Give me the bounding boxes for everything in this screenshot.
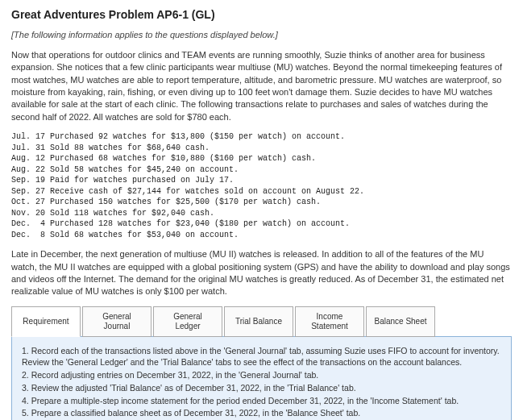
requirements-panel: 1. Record each of the transactions liste…: [11, 336, 512, 420]
requirement-5: 5. Prepare a classified balance sheet as…: [22, 407, 501, 419]
tab-income-statement[interactable]: Income Statement: [295, 306, 364, 337]
tab-bar: Requirement General Journal General Ledg…: [11, 306, 512, 337]
requirement-4: 4. Prepare a multiple-step income statem…: [22, 395, 501, 407]
requirement-2: 2. Record adjusting entries on December …: [22, 369, 501, 381]
followup-paragraph: Late in December, the next generation of…: [11, 248, 512, 298]
problem-page: Great Adventures Problem AP6-1 (GL) [The…: [0, 0, 523, 420]
tab-balance-sheet[interactable]: Balance Sheet: [366, 306, 435, 337]
tab-trial-balance[interactable]: Trial Balance: [224, 306, 293, 337]
requirement-1: 1. Record each of the transactions liste…: [22, 345, 501, 368]
page-title: Great Adventures Problem AP6-1 (GL): [11, 8, 512, 21]
applies-subtitle: [The following information applies to th…: [11, 29, 512, 41]
tab-requirement[interactable]: Requirement: [11, 306, 81, 337]
requirement-3: 3. Review the adjusted 'Trial Balance' a…: [22, 382, 501, 394]
intro-paragraph: Now that operations for outdoor clinics …: [11, 49, 512, 123]
tab-general-journal[interactable]: General Journal: [82, 306, 152, 337]
transactions-list: Jul. 17 Purchased 92 watches for $13,800…: [11, 131, 512, 240]
tab-general-ledger[interactable]: General Ledger: [153, 306, 222, 337]
